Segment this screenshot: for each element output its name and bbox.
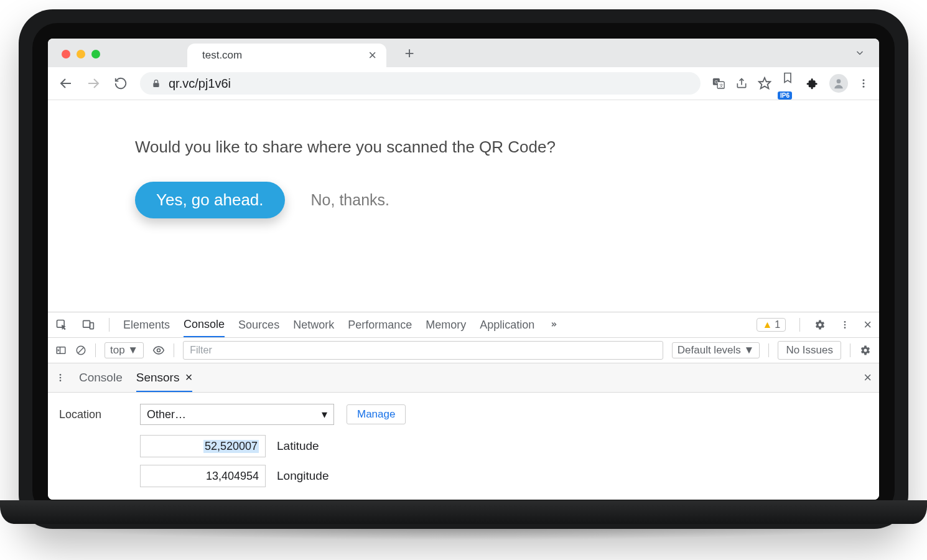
context-selector[interactable]: top ▼ [105, 342, 144, 358]
location-preset-select[interactable]: Other… ▾ [140, 404, 334, 425]
latitude-input[interactable]: 52,520007 [140, 435, 266, 457]
svg-text:文: 文 [719, 83, 724, 88]
extensions-icon[interactable] [806, 77, 819, 90]
longitude-label: Longitude [277, 469, 328, 483]
devtools: Elements Console Sources Network Perform… [48, 312, 879, 500]
svg-point-18 [844, 327, 846, 329]
tabs-dropdown-icon[interactable] [854, 47, 865, 58]
svg-point-12 [863, 86, 865, 88]
drawer-menu-icon[interactable] [55, 373, 65, 383]
svg-point-16 [844, 321, 846, 323]
address-bar[interactable]: qr.vc/pj1v6i [140, 72, 701, 95]
issues-button[interactable]: No Issues [778, 341, 841, 360]
menu-icon[interactable] [858, 78, 869, 89]
device-toggle-icon[interactable] [82, 319, 95, 331]
svg-rect-15 [90, 323, 94, 329]
new-tab-button[interactable]: + [399, 42, 420, 63]
svg-text:G: G [715, 79, 719, 85]
svg-point-26 [60, 380, 62, 381]
drawer-tab-sensors[interactable]: Sensors × [136, 364, 193, 392]
warning-count: 1 [775, 319, 780, 330]
latitude-value: 52,520007 [203, 440, 259, 453]
close-tab-icon[interactable]: × [368, 47, 376, 63]
translate-icon[interactable]: G文 [712, 77, 725, 90]
profile-avatar[interactable] [829, 74, 848, 93]
inspect-icon[interactable] [55, 319, 68, 331]
url-text: qr.vc/pj1v6i [169, 77, 231, 91]
fullscreen-window-icon[interactable] [91, 50, 100, 58]
svg-rect-2 [153, 83, 159, 87]
tab-network[interactable]: Network [293, 314, 334, 337]
warning-icon: ▲ [762, 319, 772, 330]
kebab-icon[interactable] [840, 320, 850, 330]
forward-button [85, 75, 101, 91]
reload-button[interactable] [113, 75, 129, 91]
browser-tabstrip: test.com × + [48, 39, 879, 67]
close-devtools-icon[interactable]: × [864, 317, 872, 333]
minimize-window-icon[interactable] [77, 50, 85, 58]
close-drawer-tab-icon[interactable]: × [185, 370, 193, 384]
bookmark-icon[interactable] [758, 77, 771, 90]
devtools-drawer: Console Sensors × × Location [48, 363, 879, 500]
svg-point-23 [157, 349, 161, 352]
tab-sources[interactable]: Sources [238, 314, 279, 337]
screen: test.com × + [48, 39, 879, 500]
tab-elements[interactable]: Elements [123, 314, 170, 337]
prompt-text: Would you like to share where you scanne… [135, 138, 792, 157]
laptop-frame: test.com × + [19, 9, 908, 529]
svg-point-10 [863, 79, 865, 81]
tab-performance[interactable]: Performance [348, 314, 412, 337]
tab-memory[interactable]: Memory [426, 314, 466, 337]
longitude-value: 13,404954 [206, 470, 259, 483]
tab-application[interactable]: Application [480, 314, 534, 337]
browser-toolbar: qr.vc/pj1v6i G文 [48, 67, 879, 100]
no-button[interactable]: No, thanks. [307, 190, 393, 210]
sensors-panel: Location Other… ▾ Manage 52,520007 [48, 393, 879, 500]
tab-console[interactable]: Console [184, 313, 225, 337]
settings-icon[interactable] [814, 319, 826, 331]
warnings-pill[interactable]: ▲ 1 [757, 318, 786, 332]
share-icon[interactable] [735, 77, 748, 90]
console-settings-icon[interactable] [859, 344, 872, 357]
yes-button[interactable]: Yes, go ahead. [135, 182, 285, 218]
live-expression-icon[interactable] [152, 344, 165, 357]
page-content: Would you like to share where you scanne… [48, 100, 879, 312]
svg-point-25 [60, 377, 62, 379]
longitude-input[interactable]: 13,404954 [140, 465, 266, 487]
location-label: Location [59, 408, 128, 421]
svg-point-17 [844, 324, 846, 326]
svg-marker-8 [759, 78, 770, 88]
close-drawer-icon[interactable]: × [864, 370, 872, 386]
clear-console-icon[interactable] [75, 345, 86, 356]
close-window-icon[interactable] [62, 50, 70, 58]
drawer-tabbar: Console Sensors × × [48, 363, 879, 393]
svg-rect-14 [83, 320, 90, 327]
lock-icon [151, 78, 161, 88]
manage-button[interactable]: Manage [347, 404, 406, 424]
more-tabs-icon[interactable] [548, 320, 559, 329]
bookmark-saved-icon[interactable]: IP6 [781, 72, 796, 95]
latitude-label: Latitude [277, 439, 319, 453]
browser-tab[interactable]: test.com × [187, 44, 386, 67]
svg-point-24 [60, 374, 62, 376]
drawer-tab-console[interactable]: Console [79, 365, 123, 391]
console-toolbar: top ▼ Filter Default levels ▼ [48, 338, 879, 363]
svg-point-11 [863, 83, 865, 85]
window-controls[interactable] [62, 50, 100, 58]
levels-selector[interactable]: Default levels ▼ [672, 342, 760, 358]
svg-line-22 [78, 348, 84, 353]
svg-point-9 [837, 79, 841, 83]
chevron-down-icon: ▾ [322, 408, 327, 421]
filter-input[interactable]: Filter [183, 341, 663, 360]
ip6-badge: IP6 [778, 91, 792, 100]
devtools-tabbar: Elements Console Sources Network Perform… [48, 312, 879, 338]
tab-title: test.com [202, 49, 242, 62]
back-button[interactable] [58, 75, 74, 91]
console-sidebar-icon[interactable] [55, 345, 67, 356]
